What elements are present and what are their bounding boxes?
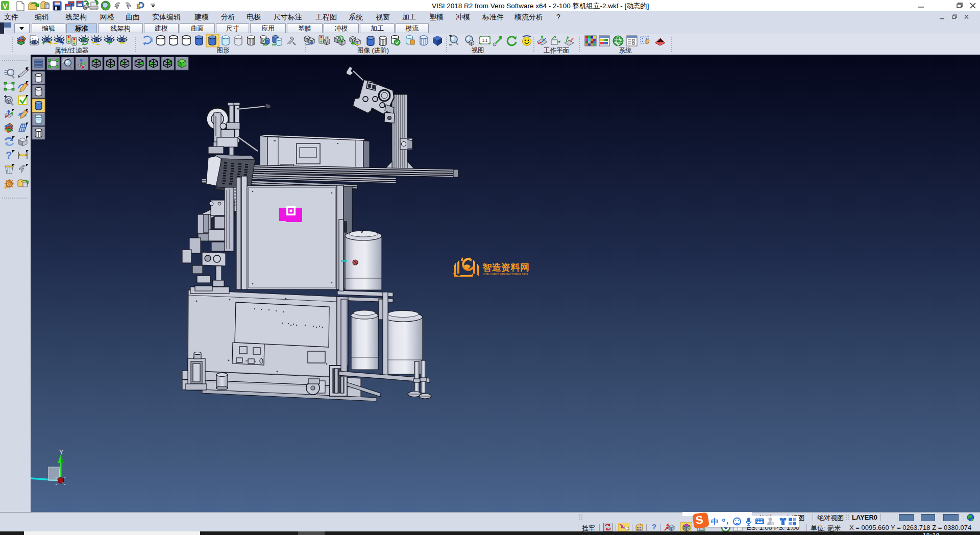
- svg-text:V: V: [3, 2, 8, 10]
- svg-text:系统: 系统: [619, 47, 632, 54]
- svg-text:工作平面: 工作平面: [544, 47, 569, 54]
- svg-text:1:1: 1:1: [482, 38, 488, 43]
- svg-text:图像 (进阶): 图像 (进阶): [357, 47, 389, 54]
- svg-text:中: 中: [711, 517, 719, 526]
- svg-text:图形: 图形: [217, 47, 230, 54]
- svg-text:Y: Y: [59, 448, 64, 456]
- svg-text:INTELLIGENT MANUFACTURING DATA: INTELLIGENT MANUFACTURING DATA: [483, 273, 528, 276]
- svg-text:智造资料网: 智造资料网: [482, 262, 530, 273]
- svg-text:视图: 视图: [472, 47, 484, 54]
- svg-text:?: ?: [6, 150, 12, 161]
- svg-text:属性/过滤器: 属性/过滤器: [55, 47, 88, 54]
